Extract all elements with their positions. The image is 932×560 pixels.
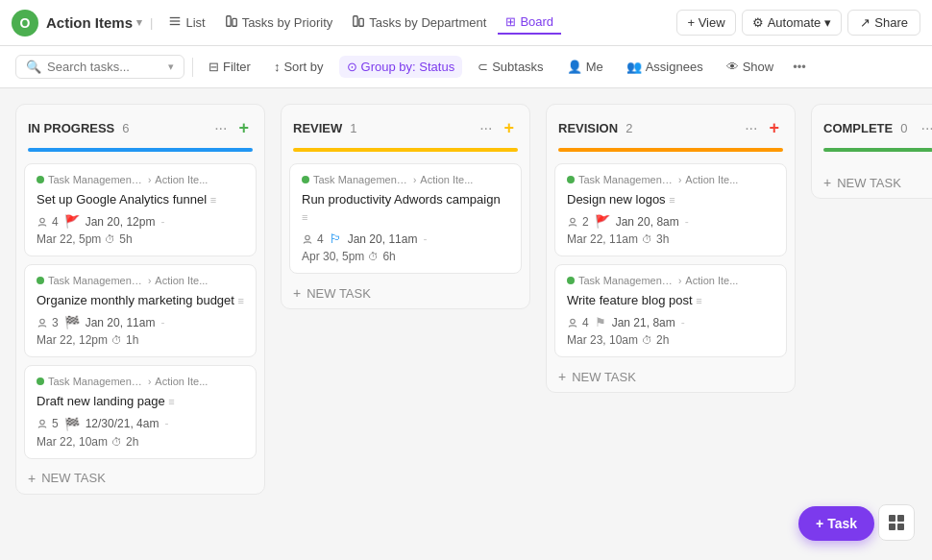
due-date: Mar 22, 10am bbox=[37, 435, 108, 449]
column-add-revision[interactable]: + bbox=[765, 116, 783, 140]
view-button[interactable]: + View bbox=[676, 10, 735, 36]
task-card[interactable]: Task Management Templat... › Action Ite.… bbox=[24, 163, 257, 256]
subtasks-label: Subtasks bbox=[492, 60, 543, 74]
column-add-review[interactable]: + bbox=[500, 116, 518, 140]
card-meta: Task Management Templat... › Action Ite.… bbox=[567, 174, 774, 185]
column-count-review: 1 bbox=[350, 121, 356, 135]
card-breadcrumb: Action Ite... bbox=[685, 275, 738, 286]
column-more-complete[interactable]: ··· bbox=[919, 118, 932, 139]
new-task-plus: + bbox=[28, 471, 36, 486]
column-more-revision[interactable]: ··· bbox=[743, 118, 759, 139]
more-button[interactable]: ••• bbox=[789, 56, 810, 78]
new-task-btn-complete[interactable]: +NEW TASK bbox=[812, 167, 932, 198]
status-bar-in-progress bbox=[28, 148, 253, 152]
column-count-revision: 2 bbox=[625, 121, 632, 135]
search-icon: 🔍 bbox=[26, 60, 41, 74]
new-task-fab[interactable]: + Task bbox=[798, 506, 874, 541]
task-card[interactable]: Task Management Templat... › Action Ite.… bbox=[24, 264, 257, 357]
filter-button[interactable]: ⊟ Filter bbox=[201, 56, 258, 78]
assignees-icon: 👥 bbox=[626, 60, 642, 74]
card-meta: Task Management Templat... › Action Ite.… bbox=[302, 174, 509, 185]
automate-button[interactable]: ⚙ Automate ▾ bbox=[742, 10, 843, 36]
filter-icon: ⊟ bbox=[208, 60, 219, 74]
svg-point-11 bbox=[571, 218, 576, 223]
card-due-row: Mar 22, 10am ⏱ 2h bbox=[37, 435, 244, 449]
column-header-revision: REVISION 2 ··· + bbox=[547, 105, 795, 148]
task-card[interactable]: Task Management Templat... › Action Ite.… bbox=[24, 365, 257, 458]
svg-point-12 bbox=[571, 319, 576, 324]
column-complete: COMPLETE 0 ··· + +NEW TASK bbox=[811, 104, 932, 199]
nav-list-label: List bbox=[185, 15, 205, 30]
new-task-btn-review[interactable]: +NEW TASK bbox=[282, 278, 529, 308]
sort-button[interactable]: ↕ Sort by bbox=[266, 56, 331, 78]
column-add-in-progress[interactable]: + bbox=[234, 116, 253, 140]
task-card[interactable]: Task Management Templat... › Action Ite.… bbox=[554, 163, 787, 256]
group-label: Group by: Status bbox=[361, 60, 455, 74]
grid-view-button[interactable] bbox=[878, 504, 915, 541]
svg-point-9 bbox=[40, 420, 45, 425]
dept-icon bbox=[352, 14, 365, 31]
automate-icon: ⚙ bbox=[752, 15, 764, 30]
card-title: Run productivity Adwords campaign ≡ bbox=[302, 191, 509, 226]
due-date: Mar 22, 11am bbox=[567, 232, 638, 246]
card-template: Task Management Templat... bbox=[48, 275, 144, 286]
new-task-label: NEW TASK bbox=[572, 370, 636, 384]
assignees-label: Assignees bbox=[646, 60, 703, 74]
card-title: Design new logos ≡ bbox=[567, 191, 774, 208]
search-box[interactable]: 🔍 ▾ bbox=[15, 55, 184, 79]
card-details: 5 🏁 12/30/21, 4am - bbox=[37, 417, 244, 431]
status-dot bbox=[37, 377, 44, 385]
priority-flag: 🏳 bbox=[330, 231, 342, 246]
assignees-button[interactable]: 👥 Assignees bbox=[619, 56, 711, 78]
task-card[interactable]: Task Management Templat... › Action Ite.… bbox=[554, 264, 787, 357]
search-dropdown-arrow[interactable]: ▾ bbox=[168, 61, 174, 73]
card-template: Task Management Templat... bbox=[313, 174, 409, 185]
subtasks-icon: ⊂ bbox=[478, 60, 488, 74]
me-icon: 👤 bbox=[567, 60, 582, 74]
automate-dropdown[interactable]: ▾ bbox=[824, 15, 831, 30]
nav-item-dept[interactable]: Tasks by Department bbox=[344, 11, 494, 35]
column-count-in-progress: 6 bbox=[122, 121, 129, 135]
cards-complete bbox=[812, 159, 932, 167]
priority-flag: 🏁 bbox=[64, 315, 80, 329]
show-button[interactable]: 👁 Show bbox=[719, 56, 782, 78]
new-task-btn-in-progress[interactable]: +NEW TASK bbox=[16, 463, 264, 494]
assignee-count: 4 bbox=[37, 215, 59, 229]
nav-priority-label: Tasks by Priority bbox=[242, 15, 333, 30]
column-more-review[interactable]: ··· bbox=[478, 118, 494, 139]
card-date: 12/30/21, 4am bbox=[86, 417, 159, 430]
cards-review: Task Management Templat... › Action Ite.… bbox=[282, 159, 529, 278]
time-estimate: 2h bbox=[656, 333, 669, 347]
assignee-count: 4 bbox=[567, 316, 589, 329]
me-label: Me bbox=[586, 60, 603, 74]
time-estimate: 2h bbox=[126, 435, 138, 449]
time-estimate: 1h bbox=[126, 333, 138, 347]
column-more-in-progress[interactable]: ··· bbox=[212, 118, 229, 139]
title-dropdown-arrow[interactable]: ▾ bbox=[136, 16, 142, 29]
new-task-btn-revision[interactable]: +NEW TASK bbox=[547, 361, 795, 392]
subtasks-button[interactable]: ⊂ Subtasks bbox=[470, 56, 551, 78]
search-input[interactable] bbox=[47, 60, 162, 74]
nav-item-board[interactable]: ⊞ Board bbox=[498, 11, 561, 35]
filter-label: Filter bbox=[223, 60, 251, 74]
task-card[interactable]: Task Management Templat... › Action Ite.… bbox=[289, 163, 522, 274]
nav-board-label: Board bbox=[520, 14, 553, 29]
card-breadcrumb: Action Ite... bbox=[155, 275, 208, 286]
new-task-label: NEW TASK bbox=[837, 176, 901, 190]
svg-point-7 bbox=[40, 218, 45, 223]
card-breadcrumb: Action Ite... bbox=[420, 174, 473, 185]
nav-item-list[interactable]: List bbox=[160, 11, 212, 35]
page-title: Action Items bbox=[46, 14, 133, 31]
share-button[interactable]: ↗ Share bbox=[847, 10, 920, 36]
card-title: Set up Google Analytics funnel ≡ bbox=[37, 191, 244, 208]
card-breadcrumb: Action Ite... bbox=[155, 174, 208, 185]
group-by-button[interactable]: ⊙ Group by: Status bbox=[339, 56, 463, 78]
status-dot bbox=[567, 277, 575, 284]
svg-rect-5 bbox=[354, 16, 357, 27]
column-review: REVIEW 1 ··· + Task Management Templat..… bbox=[281, 104, 530, 309]
card-details: 2 🚩 Jan 20, 8am - bbox=[567, 214, 774, 229]
toolbar: 🔍 ▾ ⊟ Filter ↕ Sort by ⊙ Group by: Statu… bbox=[0, 46, 932, 88]
time-estimate: 5h bbox=[119, 232, 132, 246]
nav-item-priority[interactable]: Tasks by Priority bbox=[217, 11, 341, 35]
me-button[interactable]: 👤 Me bbox=[559, 56, 611, 78]
